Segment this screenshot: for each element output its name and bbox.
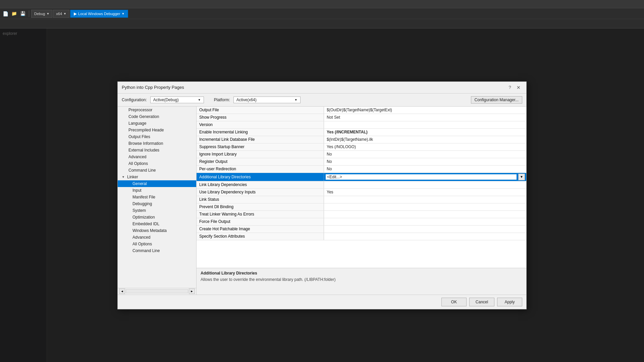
help-button[interactable]: ?: [506, 84, 514, 91]
toolbar-save-btn[interactable]: 💾: [19, 10, 27, 18]
dialog-titlebar: Python into Cpp Property Pages ? ✕: [118, 82, 526, 94]
debugger-combo[interactable]: ▶ Local Windows Debugger ▼: [70, 10, 128, 18]
tree-scroll-left[interactable]: ◄: [119, 289, 125, 294]
prop-name-incremental: Enable Incremental Linking: [197, 129, 324, 136]
close-button[interactable]: ✕: [515, 84, 522, 91]
tree-label-browse-info: Browse Information: [128, 141, 163, 146]
tree-item-input[interactable]: Input: [118, 187, 196, 194]
tree-label-cmd-linker: Command Line: [132, 248, 160, 253]
tree-item-precompiled[interactable]: Precompiled Heade: [118, 127, 196, 133]
property-pages-dialog: Python into Cpp Property Pages ? ✕ Confi…: [117, 81, 527, 309]
config-label: Configuration:: [122, 98, 147, 102]
tree-item-browse-info[interactable]: Browse Information: [118, 140, 196, 147]
prop-row-specify-section[interactable]: Specify Section Attributes: [197, 233, 526, 240]
debug-arrow: ▼: [46, 12, 49, 15]
prop-row-show-progress[interactable]: Show Progress Not Set: [197, 114, 526, 121]
tree-label-optimization: Optimization: [132, 215, 155, 220]
prop-row-force-file[interactable]: Force File Output: [197, 218, 526, 226]
tree-label-manifest: Manifest File: [132, 195, 155, 199]
tree-label-ext-includes: External Includes: [128, 148, 159, 153]
platform-combo[interactable]: x64 ▼: [53, 10, 69, 18]
ok-button[interactable]: OK: [441, 298, 467, 306]
tree-panel: Preprocessor Code Generation Language: [118, 107, 197, 295]
tree-scroll-right[interactable]: ►: [189, 289, 195, 294]
tree-item-preprocessor[interactable]: Preprocessor: [118, 107, 196, 113]
cancel-button[interactable]: Cancel: [469, 298, 494, 306]
prop-name-use-lib-dep: Use Library Dependency Inputs: [197, 189, 324, 196]
tree-label-linker: Linker: [127, 175, 138, 179]
prop-name-specify-section: Specify Section Attributes: [197, 233, 324, 240]
prop-row-register-output[interactable]: Register Output No: [197, 158, 526, 166]
prop-row-treat-warning[interactable]: Treat Linker Warning As Errors: [197, 211, 526, 218]
prop-row-link-status[interactable]: Link Status: [197, 196, 526, 203]
debugger-arrow: ▼: [121, 12, 124, 15]
platform-combo[interactable]: Active(x64) ▼: [233, 97, 301, 103]
prop-row-suppress-banner[interactable]: Suppress Startup Banner Yes (/NOLOGO): [197, 143, 526, 151]
platform-label-text: Platform:: [214, 98, 230, 102]
prop-value-link-status: [324, 196, 526, 203]
tree-item-manifest[interactable]: Manifest File: [118, 194, 196, 200]
dialog-controls: ? ✕: [506, 84, 522, 91]
prop-row-additional-lib-dirs[interactable]: Additional Library Directories ▼: [197, 173, 526, 181]
debug-combo[interactable]: Debug ▼: [31, 10, 52, 18]
tree-item-output-files[interactable]: Output Files: [118, 133, 196, 140]
prop-row-output-file[interactable]: Output File $(OutDir)$(TargetName)$(Targ…: [197, 107, 526, 114]
additional-lib-dirs-input[interactable]: [325, 174, 517, 180]
tree-label-input: Input: [132, 188, 142, 193]
prop-value-show-progress: Not Set: [324, 114, 526, 121]
prop-row-prevent-dll[interactable]: Prevent Dll Binding: [197, 203, 526, 211]
tree-item-general[interactable]: General: [118, 180, 196, 187]
prop-value-use-lib-dep: Yes: [324, 189, 526, 196]
prop-value-incremental: Yes (/INCREMENTAL): [324, 129, 526, 136]
tree-item-advanced-linker[interactable]: Advanced: [118, 234, 196, 241]
prop-value-additional-lib-dirs[interactable]: ▼: [324, 173, 526, 181]
toolbar-open-btn[interactable]: 📁: [10, 10, 18, 18]
toolbar-new-btn[interactable]: 📄: [1, 10, 9, 18]
tree-item-command-line-linker[interactable]: Command Line: [118, 247, 196, 254]
tree-item-debugging[interactable]: Debugging: [118, 200, 196, 207]
tree-label-advanced-linker: Advanced: [132, 235, 150, 240]
tree-item-system[interactable]: System: [118, 207, 196, 214]
tree-item-embedded-idl[interactable]: Embedded IDL: [118, 221, 196, 227]
config-manager-button[interactable]: Configuration Manager...: [471, 96, 522, 104]
tree-item-language[interactable]: Language: [118, 120, 196, 127]
tree-item-advanced-top[interactable]: Advanced: [118, 154, 196, 160]
tree-label-code-gen: Code Generation: [128, 114, 159, 119]
tree-label-advanced-top: Advanced: [128, 155, 146, 159]
tree-item-windows-metadata[interactable]: Windows Metadata: [118, 227, 196, 234]
platform-arrow-icon: ▼: [294, 98, 298, 102]
config-combo[interactable]: Active(Debug) ▼: [150, 97, 204, 103]
prop-row-incremental-db[interactable]: Incremental Link Database File $(IntDir)…: [197, 136, 526, 143]
prop-name-per-user: Per-user Redirection: [197, 166, 324, 173]
prop-row-use-lib-dep[interactable]: Use Library Dependency Inputs Yes: [197, 189, 526, 196]
prop-row-incremental[interactable]: Enable Incremental Linking Yes (/INCREME…: [197, 129, 526, 136]
props-panel: Output File $(OutDir)$(TargetName)$(Targ…: [197, 107, 526, 295]
tree-item-optimization[interactable]: Optimization: [118, 214, 196, 221]
tree-label-all-options-top: All Options: [128, 161, 148, 166]
tree-item-external-includes[interactable]: External Includes: [118, 147, 196, 154]
tree-item-linker[interactable]: ▼ Linker: [118, 174, 196, 180]
tree-label-precompiled: Precompiled Heade: [128, 128, 164, 132]
prop-row-link-lib-deps[interactable]: Link Library Dependencies: [197, 181, 526, 189]
tree-item-all-options-top[interactable]: All Options: [118, 160, 196, 167]
prop-row-per-user[interactable]: Per-user Redirection No: [197, 166, 526, 173]
description-text: Allows the user to override the environm…: [201, 277, 522, 283]
prop-value-force-file: [324, 218, 526, 225]
description-title: Additional Library Directories: [201, 271, 522, 276]
apply-button[interactable]: Apply: [497, 298, 522, 306]
tree-hscrollbar[interactable]: [126, 289, 188, 293]
platform-arrow: ▼: [63, 12, 66, 15]
additional-lib-dirs-dropdown[interactable]: ▼: [518, 174, 525, 180]
vs-toolbar-row: 📄 📁 💾 Debug ▼ x64 ▼ ▶ Local Windows Debu…: [0, 8, 644, 19]
tree-label-output-files: Output Files: [128, 134, 150, 139]
prop-value-ignore-import: No: [324, 151, 526, 158]
tree-item-command-line-top[interactable]: Command Line: [118, 167, 196, 174]
prop-row-version[interactable]: Version: [197, 121, 526, 129]
prop-name-incremental-db: Incremental Link Database File: [197, 136, 324, 143]
prop-row-hot-patchable[interactable]: Create Hot Patchable Image: [197, 226, 526, 233]
prop-name-show-progress: Show Progress: [197, 114, 324, 121]
play-icon: ▶: [74, 11, 77, 16]
prop-row-ignore-import[interactable]: Ignore Import Library No: [197, 151, 526, 158]
tree-item-all-options-linker[interactable]: All Options: [118, 241, 196, 247]
tree-item-code-gen[interactable]: Code Generation: [118, 113, 196, 120]
